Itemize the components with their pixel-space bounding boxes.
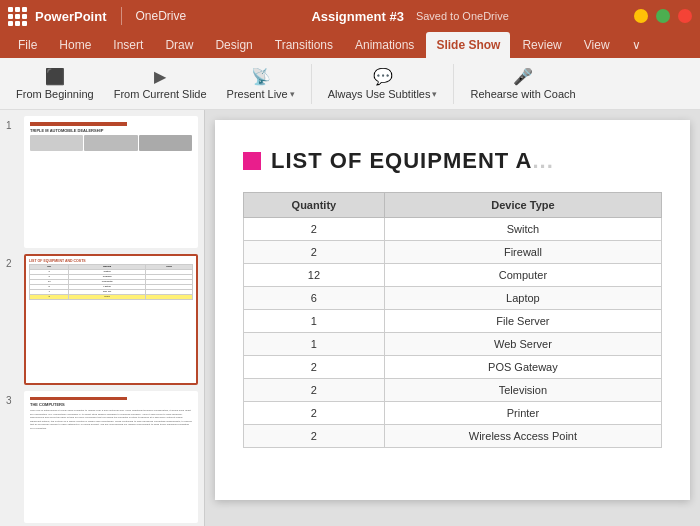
quantity-cell: 6	[244, 287, 385, 310]
main-slide-area: LIST OF EQUIPMENT A... Quantity Device T…	[205, 110, 700, 526]
ribbon-tabs: File Home Insert Draw Design Transitions…	[0, 32, 700, 58]
play-icon: ⬛	[45, 67, 65, 86]
table-row: 2Firewall	[244, 241, 662, 264]
col-header-quantity: Quantity	[244, 193, 385, 218]
table-row: 2Television	[244, 379, 662, 402]
title-bar-left: PowerPoint OneDrive	[8, 7, 186, 26]
quantity-cell: 2	[244, 425, 385, 448]
tab-slideshow[interactable]: Slide Show	[426, 32, 510, 58]
toolbar-separator-1	[311, 64, 312, 104]
quantity-cell: 2	[244, 356, 385, 379]
slide-main-title: LIST OF EQUIPMENT A...	[271, 148, 554, 174]
quantity-cell: 1	[244, 333, 385, 356]
title-center: Assignment #3 Saved to OneDrive	[186, 9, 634, 24]
device-cell: Television	[384, 379, 661, 402]
slide-item-3[interactable]: 3 THE COMPUTERS Main role of determining…	[6, 391, 198, 523]
quantity-cell: 12	[244, 264, 385, 287]
ribbon-toolbar: ⬛ From Beginning ▶ From Current Slide 📡 …	[0, 58, 700, 110]
window-controls	[634, 9, 692, 23]
title-bar: PowerPoint OneDrive Assignment #3 Saved …	[0, 0, 700, 32]
table-row: 2Switch	[244, 218, 662, 241]
pink-square-decoration	[243, 152, 261, 170]
from-current-slide-button[interactable]: ▶ From Current Slide	[106, 63, 215, 104]
device-cell: POS Gateway	[384, 356, 661, 379]
main-area: 1 TRIPLE M AUTOMOBILE DEALERSHIP	[0, 110, 700, 526]
quantity-cell: 2	[244, 218, 385, 241]
always-subtitles-button[interactable]: 💬 Always Use Subtitles ▾	[320, 63, 446, 104]
device-cell: Firewall	[384, 241, 661, 264]
cloud-service-label: OneDrive	[136, 9, 187, 23]
quantity-cell: 2	[244, 379, 385, 402]
slide-title-row: LIST OF EQUIPMENT A...	[243, 148, 662, 174]
maximize-button[interactable]	[656, 9, 670, 23]
doc-title: Assignment #3	[311, 9, 403, 24]
device-cell: Printer	[384, 402, 661, 425]
table-row: 12Computer	[244, 264, 662, 287]
slide-item-2[interactable]: 2 LIST OF EQUIPMENT AND COSTS QtyDeviceC…	[6, 254, 198, 386]
tab-insert[interactable]: Insert	[103, 32, 153, 58]
tab-draw[interactable]: Draw	[155, 32, 203, 58]
slide-canvas: LIST OF EQUIPMENT A... Quantity Device T…	[215, 120, 690, 500]
tab-more[interactable]: ∨	[622, 32, 651, 58]
device-cell: Web Server	[384, 333, 661, 356]
from-beginning-button[interactable]: ⬛ From Beginning	[8, 63, 102, 104]
quantity-cell: 2	[244, 402, 385, 425]
slide-number-1: 1	[6, 120, 18, 131]
minimize-button[interactable]	[634, 9, 648, 23]
device-cell: Wireless Access Point	[384, 425, 661, 448]
subtitles-dropdown-arrow: ▾	[432, 89, 437, 99]
table-row: 6Laptop	[244, 287, 662, 310]
device-cell: Switch	[384, 218, 661, 241]
present-live-button[interactable]: 📡 Present Live ▾	[219, 63, 303, 104]
close-button[interactable]	[678, 9, 692, 23]
tab-view[interactable]: View	[574, 32, 620, 58]
tab-transitions[interactable]: Transitions	[265, 32, 343, 58]
slide-panel: 1 TRIPLE M AUTOMOBILE DEALERSHIP	[0, 110, 205, 526]
present-live-dropdown-arrow: ▾	[290, 89, 295, 99]
subtitles-icon: 💬	[373, 67, 393, 86]
quantity-cell: 2	[244, 241, 385, 264]
slide-thumb-2: LIST OF EQUIPMENT AND COSTS QtyDeviceCos…	[24, 254, 198, 386]
tab-design[interactable]: Design	[205, 32, 262, 58]
toolbar-separator-2	[453, 64, 454, 104]
slide-number-3: 3	[6, 395, 18, 406]
tab-file[interactable]: File	[8, 32, 47, 58]
equipment-table: Quantity Device Type 2Switch2Firewall12C…	[243, 192, 662, 448]
device-cell: Laptop	[384, 287, 661, 310]
table-row: 1Web Server	[244, 333, 662, 356]
device-cell: Computer	[384, 264, 661, 287]
tab-review[interactable]: Review	[512, 32, 571, 58]
table-row: 2Wireless Access Point	[244, 425, 662, 448]
table-row: 2Printer	[244, 402, 662, 425]
play-current-icon: ▶	[154, 67, 166, 86]
slide-thumb-3: THE COMPUTERS Main role of determining a…	[24, 391, 198, 523]
present-live-icon: 📡	[251, 67, 271, 86]
tab-home[interactable]: Home	[49, 32, 101, 58]
device-cell: File Server	[384, 310, 661, 333]
app-name: PowerPoint	[35, 9, 107, 24]
slide-number-2: 2	[6, 258, 18, 269]
col-header-device: Device Type	[384, 193, 661, 218]
table-row: 1File Server	[244, 310, 662, 333]
quantity-cell: 1	[244, 310, 385, 333]
app-menu-icon[interactable]	[8, 7, 27, 26]
slide-thumb-1: TRIPLE M AUTOMOBILE DEALERSHIP	[24, 116, 198, 248]
tab-animations[interactable]: Animations	[345, 32, 424, 58]
slide-item-1[interactable]: 1 TRIPLE M AUTOMOBILE DEALERSHIP	[6, 116, 198, 248]
rehearse-coach-button[interactable]: 🎤 Rehearse with Coach	[462, 63, 583, 104]
saved-status: Saved to OneDrive	[416, 10, 509, 22]
title-separator	[121, 7, 122, 25]
table-row: 2POS Gateway	[244, 356, 662, 379]
coach-icon: 🎤	[513, 67, 533, 86]
